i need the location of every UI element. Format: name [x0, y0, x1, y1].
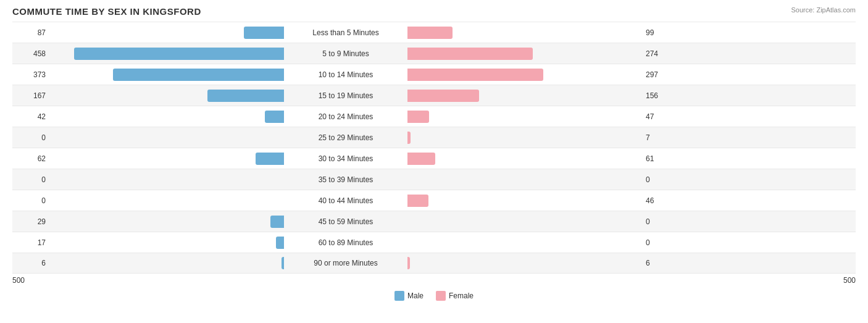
bar-left-container: [49, 216, 284, 228]
val-left: 29: [12, 217, 49, 226]
bar-right-container: [407, 237, 642, 249]
bar-row: 167 15 to 19 Minutes 156: [12, 85, 856, 106]
bar-male: [256, 153, 284, 165]
row-inner: 167 15 to 19 Minutes 156: [12, 85, 856, 106]
legend-female-box: [436, 291, 446, 301]
val-right: 0: [642, 238, 679, 247]
row-inner: 42 20 to 24 Minutes 47: [12, 106, 856, 127]
bar-right-container: [407, 153, 642, 165]
val-left: 0: [12, 175, 49, 184]
axis-right: 500: [819, 276, 856, 285]
bar-left-container: [49, 195, 284, 207]
bar-male: [207, 90, 284, 102]
val-left: 0: [12, 133, 49, 142]
bar-row: 0 35 to 39 Minutes 0: [12, 169, 856, 190]
bar-left-container: [49, 257, 284, 269]
bar-right-container: [407, 216, 642, 228]
val-right: 47: [642, 112, 679, 121]
row-inner: 62 30 to 34 Minutes 61: [12, 148, 856, 169]
val-right: 274: [642, 49, 679, 58]
row-inner: 0 40 to 44 Minutes 46: [12, 190, 856, 211]
bar-female: [407, 111, 429, 123]
bar-left-container: [49, 48, 284, 60]
chart-area: 87 Less than 5 Minutes 99 458 5 to 9 Min…: [12, 22, 856, 274]
legend-male-label: Male: [407, 292, 424, 300]
bar-female: [407, 153, 435, 165]
row-label: 5 to 9 Minutes: [284, 49, 407, 58]
legend-male-box: [394, 291, 404, 301]
val-right: 6: [642, 259, 679, 267]
bar-right-container: [407, 111, 642, 123]
legend-female: Female: [436, 291, 474, 301]
bar-female: [407, 90, 479, 102]
bar-left-container: [49, 69, 284, 81]
legend-female-label: Female: [449, 292, 474, 300]
bar-right-container: [407, 48, 642, 60]
bar-female: [407, 257, 410, 269]
val-right: 0: [642, 175, 679, 184]
axis-row: 500 500: [12, 276, 856, 285]
bar-left-container: [49, 237, 284, 249]
bar-row: 6 90 or more Minutes 6: [12, 253, 856, 274]
val-left: 373: [12, 70, 49, 79]
val-right: 7: [642, 133, 679, 142]
bar-male: [244, 27, 284, 39]
bar-right-container: [407, 257, 642, 269]
row-label: 30 to 34 Minutes: [284, 154, 407, 163]
bar-female: [407, 69, 543, 81]
bar-male: [113, 69, 284, 81]
val-left: 87: [12, 28, 49, 37]
bar-row: 17 60 to 89 Minutes 0: [12, 232, 856, 253]
val-right: 99: [642, 28, 679, 37]
bar-right-container: [407, 195, 642, 207]
bar-row: 42 20 to 24 Minutes 47: [12, 106, 856, 127]
row-label: 15 to 19 Minutes: [284, 91, 407, 100]
bar-left-container: [49, 153, 284, 165]
bar-male: [265, 111, 284, 123]
row-inner: 458 5 to 9 Minutes 274: [12, 43, 856, 64]
bar-female: [407, 132, 411, 144]
chart-title: COMMUTE TIME BY SEX IN KINGSFORD: [12, 6, 856, 17]
bar-left-container: [49, 111, 284, 123]
row-label: 40 to 44 Minutes: [284, 196, 407, 205]
row-label: 60 to 89 Minutes: [284, 238, 407, 247]
row-label: 10 to 14 Minutes: [284, 70, 407, 79]
bar-female: [407, 48, 533, 60]
row-inner: 0 25 to 29 Minutes 7: [12, 127, 856, 148]
legend-male: Male: [394, 291, 424, 301]
bar-row: 62 30 to 34 Minutes 61: [12, 148, 856, 169]
bar-female: [407, 195, 428, 207]
bar-right-container: [407, 69, 642, 81]
val-left: 6: [12, 259, 49, 267]
legend-row: Male Female: [12, 291, 856, 301]
val-right: 0: [642, 217, 679, 226]
source-text: Source: ZipAtlas.com: [791, 6, 856, 14]
bar-female: [407, 27, 453, 39]
row-label: 35 to 39 Minutes: [284, 175, 407, 184]
val-right: 46: [642, 196, 679, 205]
val-right: 297: [642, 70, 679, 79]
row-inner: 6 90 or more Minutes 6: [12, 253, 856, 273]
val-left: 458: [12, 49, 49, 58]
row-label: 45 to 59 Minutes: [284, 217, 407, 226]
bar-male: [276, 237, 284, 249]
bar-row: 458 5 to 9 Minutes 274: [12, 43, 856, 64]
bar-left-container: [49, 90, 284, 102]
row-inner: 0 35 to 39 Minutes 0: [12, 169, 856, 190]
val-left: 62: [12, 154, 49, 163]
bar-left-container: [49, 174, 284, 186]
row-label: Less than 5 Minutes: [284, 28, 407, 37]
row-inner: 29 45 to 59 Minutes 0: [12, 211, 856, 232]
val-left: 42: [12, 112, 49, 121]
bar-row: 373 10 to 14 Minutes 297: [12, 64, 856, 85]
bar-row: 29 45 to 59 Minutes 0: [12, 211, 856, 232]
row-inner: 17 60 to 89 Minutes 0: [12, 232, 856, 253]
bar-left-container: [49, 132, 284, 144]
row-label: 20 to 24 Minutes: [284, 112, 407, 121]
axis-left: 500: [12, 276, 49, 285]
row-label: 25 to 29 Minutes: [284, 133, 407, 142]
bar-male: [74, 48, 284, 60]
bar-right-container: [407, 27, 642, 39]
val-right: 61: [642, 154, 679, 163]
bar-male: [270, 216, 284, 228]
